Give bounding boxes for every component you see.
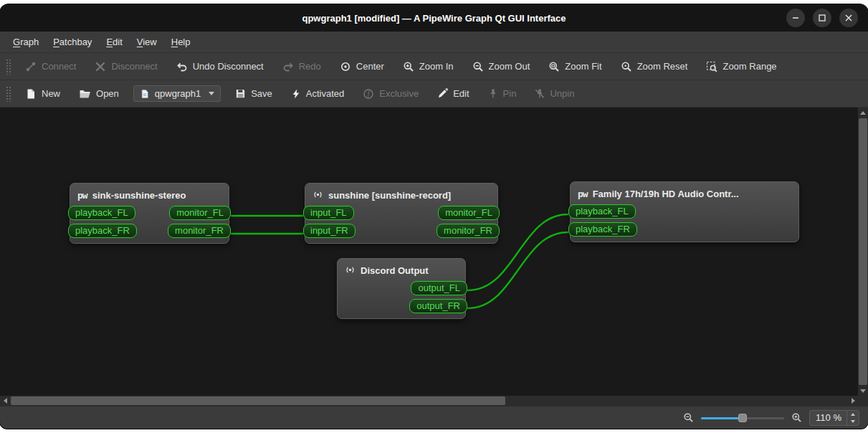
center-button[interactable]: Center [335, 58, 388, 75]
redo-button[interactable]: Redo [278, 58, 325, 75]
menu-view-label: View [137, 37, 157, 47]
canvas-area: pw sink-sunshine-stereo playback_FL moni… [0, 108, 868, 406]
node-discord-output[interactable]: Discord Output output_FL output_FR [337, 258, 466, 319]
zoom-out-label: Zoom Out [489, 61, 530, 72]
zoom-fit-button[interactable]: Zoom Fit [544, 58, 606, 75]
port-row: input_FL monitor_FL [305, 204, 497, 222]
zoom-reset-button[interactable]: Zoom Reset [616, 58, 692, 75]
port-monitor-fl[interactable]: monitor_FL [169, 206, 231, 220]
disconnect-button[interactable]: Disconnect [90, 58, 161, 75]
close-button[interactable] [839, 9, 858, 27]
exclusive-icon: f [363, 88, 374, 100]
toolbar-drag-handle[interactable] [6, 86, 11, 102]
scroll-up-arrow[interactable] [858, 108, 868, 118]
horizontal-scrollbar[interactable] [0, 396, 858, 406]
undo-icon [176, 61, 188, 72]
vertical-scrollbar[interactable] [858, 108, 868, 396]
port-output-fl[interactable]: output_FL [411, 281, 467, 295]
menu-edit-label: Edit [106, 37, 122, 47]
port-output-fr[interactable]: output_FR [409, 299, 467, 313]
spin-up-button[interactable] [847, 411, 859, 418]
patchbay-selector-value: qpwgraph1 [155, 88, 201, 99]
toolbar-drag-handle[interactable] [6, 59, 11, 75]
menu-patchbay-label: Patchbay [53, 37, 92, 47]
redo-icon [282, 61, 294, 72]
save-label: Save [251, 88, 272, 99]
spin-down-button[interactable] [847, 418, 859, 425]
zoom-slider-handle[interactable] [738, 414, 747, 422]
open-button[interactable]: Open [75, 85, 123, 103]
pencil-icon [437, 88, 448, 99]
horizontal-scroll-thumb[interactable] [11, 396, 505, 405]
undo-disconnect-button[interactable]: Undo Disconnect [172, 58, 268, 75]
menu-help[interactable]: Help [164, 32, 198, 52]
scroll-right-arrow[interactable] [848, 396, 858, 406]
svg-text:f: f [368, 90, 371, 97]
graph-toolbar: Connect Disconnect Undo Disconnect Redo … [0, 53, 868, 80]
scroll-down-arrow[interactable] [858, 386, 868, 396]
port-input-fl[interactable]: input_FL [303, 206, 354, 220]
patchbay-selector[interactable]: qpwgraph1 [133, 85, 221, 102]
unpin-icon [535, 88, 545, 99]
node-sink-sunshine-stereo[interactable]: pw sink-sunshine-stereo playback_FL moni… [70, 183, 229, 244]
pin-button[interactable]: Pin [484, 85, 521, 102]
menu-graph[interactable]: Graph [6, 32, 46, 52]
port-playback-fr[interactable]: playback_FR [68, 224, 137, 238]
port-playback-fl[interactable]: playback_FL [568, 204, 636, 219]
zoom-out-button[interactable]: Zoom Out [468, 58, 535, 75]
port-monitor-fl[interactable]: monitor_FL [438, 206, 500, 220]
zoom-slider-fill [701, 417, 741, 419]
port-monitor-fr[interactable]: monitor_FR [437, 224, 500, 238]
activated-button[interactable]: Activated [287, 85, 348, 103]
port-row: output_FL [338, 279, 465, 297]
zoom-spinbox[interactable]: 110 % [809, 410, 859, 426]
connection-lines [0, 108, 858, 396]
zoom-range-label: Zoom Range [722, 61, 776, 72]
port-playback-fl[interactable]: playback_FL [68, 206, 135, 220]
zoom-out-mini-button[interactable] [683, 412, 694, 423]
zoom-in-button[interactable]: Zoom In [399, 58, 458, 75]
port-playback-fr[interactable]: playback_FR [568, 222, 637, 237]
statusbar: 110 % [0, 406, 868, 429]
patchbay-toolbar: New Open qpwgraph1 Save Activated f Excl… [0, 80, 868, 108]
exclusive-button[interactable]: f Exclusive [358, 85, 423, 103]
edit-label: Edit [453, 88, 469, 99]
pipewire-icon: pw [77, 190, 87, 201]
menu-view[interactable]: View [130, 32, 164, 52]
node-header: pw Family 17h/19h HD Audio Contr... [571, 182, 798, 202]
port-row: output_FR [338, 297, 465, 315]
titlebar[interactable]: qpwgraph1 [modified] — A PipeWire Graph … [0, 4, 868, 32]
port-monitor-fr[interactable]: monitor_FR [168, 224, 231, 238]
zoom-range-button[interactable]: Zoom Range [702, 58, 781, 75]
spinbox-arrows [846, 411, 859, 425]
center-icon [340, 61, 351, 72]
zoom-out-mini-icon [683, 412, 694, 423]
edit-button[interactable]: Edit [433, 85, 473, 102]
disconnect-icon [95, 61, 106, 72]
menu-help-label: Help [171, 37, 191, 47]
minimize-button[interactable] [786, 9, 805, 27]
maximize-button[interactable] [813, 9, 831, 27]
node-family-hd-audio-controller[interactable]: pw Family 17h/19h HD Audio Contr... play… [570, 181, 799, 242]
save-icon [235, 88, 246, 99]
exclusive-label: Exclusive [379, 88, 419, 99]
new-button[interactable]: New [21, 85, 65, 103]
app-window: qpwgraph1 [modified] — A PipeWire Graph … [0, 4, 868, 429]
zoom-in-mini-button[interactable] [791, 412, 802, 423]
node-sunshine-record[interactable]: sunshine [sunshine-record] input_FL moni… [305, 183, 498, 244]
chevron-down-icon [209, 92, 214, 95]
menu-graph-label: Graph [13, 37, 39, 47]
menu-edit[interactable]: Edit [99, 32, 129, 52]
save-button[interactable]: Save [231, 85, 277, 102]
vertical-scroll-thumb[interactable] [859, 118, 867, 385]
node-title: Family 17h/19h HD Audio Contr... [593, 189, 739, 199]
record-icon [313, 189, 323, 202]
scroll-left-arrow[interactable] [0, 396, 10, 406]
graph-canvas[interactable]: pw sink-sunshine-stereo playback_FL moni… [0, 108, 858, 396]
menu-patchbay[interactable]: Patchbay [46, 32, 99, 52]
unpin-button[interactable]: Unpin [530, 85, 578, 102]
port-input-fr[interactable]: input_FR [303, 224, 356, 238]
zoom-in-label: Zoom In [419, 61, 454, 72]
zoom-slider[interactable] [701, 412, 784, 424]
connect-button[interactable]: Connect [21, 58, 80, 75]
